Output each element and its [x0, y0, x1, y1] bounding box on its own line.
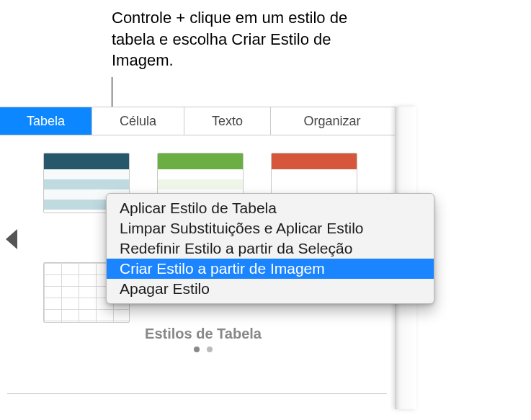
context-menu: Aplicar Estilo de Tabela Limpar Substitu…	[106, 193, 434, 304]
tab-text[interactable]: Texto	[184, 107, 271, 135]
tab-table[interactable]: Tabela	[0, 107, 92, 135]
tab-organize[interactable]: Organizar	[271, 107, 393, 135]
divider	[7, 393, 387, 394]
previous-page-arrow-icon[interactable]	[6, 229, 17, 249]
style-pager	[19, 347, 388, 352]
tab-cell[interactable]: Célula	[92, 107, 184, 135]
pager-dot[interactable]	[194, 347, 200, 352]
menu-apply-table-style[interactable]: Aplicar Estilo de Tabela	[107, 198, 434, 218]
tab-bar: Tabela Célula Texto Organizar	[0, 107, 395, 135]
menu-delete-style[interactable]: Apagar Estilo	[107, 279, 434, 299]
menu-create-style-from-image[interactable]: Criar Estilo a partir de Imagem	[107, 259, 434, 279]
table-styles-label: Estilos de Tabela	[19, 326, 388, 342]
menu-redefine-from-selection[interactable]: Redefinir Estilo a partir da Seleção	[107, 238, 434, 259]
pager-dot[interactable]	[207, 347, 213, 352]
menu-clear-overrides[interactable]: Limpar Substituições e Aplicar Estilo	[107, 218, 434, 238]
callout-text: Controle + clique em um estilo de tabela…	[112, 7, 385, 71]
